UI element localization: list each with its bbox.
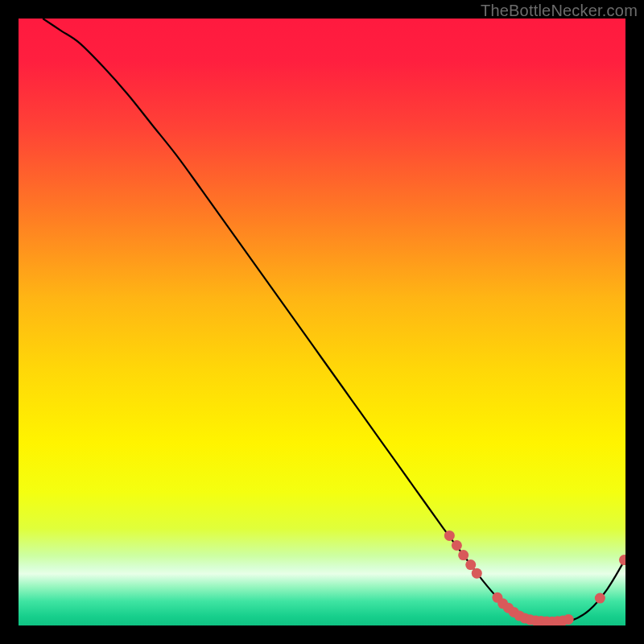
chart-area (19, 19, 625, 625)
marker-dot (564, 614, 574, 625)
marker-dot (595, 593, 605, 604)
marker-dot (452, 540, 462, 551)
bottleneck-chart (19, 19, 625, 625)
marker-dot (458, 550, 469, 560)
heat-gradient (19, 19, 625, 625)
marker-dot (472, 568, 482, 579)
watermark: TheBottleNecker.com (481, 2, 638, 20)
marker-dot (465, 559, 476, 570)
marker-dot (444, 530, 455, 541)
